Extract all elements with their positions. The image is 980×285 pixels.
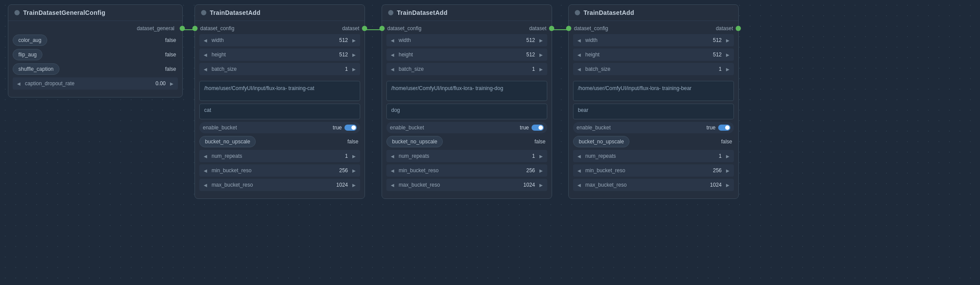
caption-box-2: cat: [199, 104, 360, 119]
stepper-batchsize-3: ◀ batch_size 1 ▶: [386, 63, 547, 75]
minbucket-right-4[interactable]: ▶: [723, 166, 732, 175]
stepper-batchsize-4: ◀ batch_size 1 ▶: [573, 63, 734, 75]
height-label-2: height: [210, 52, 337, 58]
color-aug-value: false: [165, 37, 178, 43]
maxbucket-right-4[interactable]: ▶: [723, 181, 732, 189]
stepper-right-arrow[interactable]: ▶: [167, 79, 176, 88]
output-socket-3[interactable]: [549, 26, 554, 31]
flip-aug-button[interactable]: flip_aug: [13, 49, 42, 60]
height-left-4[interactable]: ◀: [575, 50, 584, 59]
stepper-maxbucket-2: ◀ max_bucket_reso 1024 ▶: [199, 179, 360, 191]
field-row-bucket-noupscale-2: bucket_no_upscale false: [199, 136, 360, 148]
toggle-enable-bucket-4[interactable]: enable_bucket true: [573, 122, 734, 133]
input-socket-2[interactable]: [192, 26, 198, 31]
field-row-bucket-noupscale-3: bucket_no_upscale false: [386, 136, 547, 148]
node-header-2: TrainDatasetAdd: [195, 5, 365, 21]
numrepeats-right-4[interactable]: ▶: [723, 152, 732, 160]
height-right-3[interactable]: ▶: [537, 50, 546, 59]
output-socket-4[interactable]: [736, 26, 741, 31]
field-row-bucket-noupscale-4: bucket_no_upscale false: [573, 136, 734, 148]
node-header: TrainDatasetGeneralConfig: [8, 5, 182, 21]
batchsize-right-4[interactable]: ▶: [723, 65, 732, 73]
stepper-minbucket-4: ◀ min_bucket_reso 256 ▶: [573, 164, 734, 177]
color-aug-button[interactable]: color_aug: [13, 35, 47, 46]
stepper-left-arrow[interactable]: ◀: [14, 79, 23, 88]
stepper-label: caption_dropout_rate: [23, 80, 154, 87]
height-right-4[interactable]: ▶: [723, 50, 732, 59]
stepper-caption-dropout: ◀ caption_dropout_rate 0.00 ▶: [13, 77, 178, 90]
width-right-arrow-2[interactable]: ▶: [350, 36, 358, 45]
field-row-flip-aug: flip_aug false: [13, 49, 178, 61]
node-header-4: TrainDatasetAdd: [569, 5, 738, 21]
height-left-3[interactable]: ◀: [388, 50, 397, 59]
input-socket-4[interactable]: [566, 26, 571, 31]
node-train-dataset-add-bear: TrainDatasetAdd dataset_config dataset ◀…: [568, 4, 739, 199]
stepper-batchsize-2: ◀ batch_size 1 ▶: [199, 63, 360, 75]
stepper-minbucket-3: ◀ min_bucket_reso 256 ▶: [386, 164, 547, 177]
toggle-switch-4[interactable]: [718, 125, 730, 131]
width-right-4[interactable]: ▶: [723, 36, 732, 45]
shuffle-caption-button[interactable]: shuffle_caption: [13, 63, 59, 75]
toggle-enable-bucket-2[interactable]: enable_bucket true: [199, 122, 360, 133]
width-label-2: width: [210, 37, 337, 43]
batchsize-left-4[interactable]: ◀: [575, 65, 584, 73]
width-left-arrow-2[interactable]: ◀: [201, 36, 210, 45]
toggle-enable-bucket-3[interactable]: enable_bucket true: [386, 122, 547, 133]
bucket-noupscale-button-2[interactable]: bucket_no_upscale: [199, 136, 256, 147]
node-train-dataset-general-config: TrainDatasetGeneralConfig dataset_genera…: [8, 4, 183, 97]
numrepeats-left-2[interactable]: ◀: [201, 152, 210, 160]
node-status-dot-2: [201, 10, 206, 15]
caption-box-3: dog: [386, 104, 547, 119]
batchsize-right-arrow-2[interactable]: ▶: [350, 65, 358, 73]
maxbucket-left-2[interactable]: ◀: [201, 181, 210, 189]
input-socket-3[interactable]: [379, 26, 385, 31]
node-status-dot-3: [388, 10, 393, 15]
canvas: TrainDatasetGeneralConfig dataset_genera…: [0, 0, 980, 285]
output-socket-2[interactable]: [362, 26, 367, 31]
output-socket[interactable]: [180, 26, 185, 31]
bucket-noupscale-btn-4[interactable]: bucket_no_upscale: [573, 136, 629, 147]
bucket-noupscale-btn-3[interactable]: bucket_no_upscale: [386, 136, 443, 147]
toggle-switch-3[interactable]: [532, 125, 544, 131]
field-row-shuffle-caption: shuffle_caption false: [13, 63, 178, 75]
toggle-switch-enable-bucket-2[interactable]: [344, 125, 357, 131]
output-label-3: dataset: [529, 25, 546, 31]
node-status-dot: [14, 10, 20, 15]
node-body-3: dataset_config dataset ◀ width 512 ▶ ◀ h…: [382, 21, 552, 191]
node-title: TrainDatasetGeneralConfig: [23, 9, 105, 16]
node-body-2: dataset_config dataset ◀ width 512 ▶ ◀ h…: [195, 21, 365, 191]
numrepeats-right-3[interactable]: ▶: [537, 152, 546, 160]
maxbucket-right-2[interactable]: ▶: [350, 181, 358, 189]
stepper-maxbucket-3: ◀ max_bucket_reso 1024 ▶: [386, 179, 547, 191]
batchsize-value-2: 1: [343, 66, 350, 72]
minbucket-right-3[interactable]: ▶: [537, 166, 546, 175]
maxbucket-left-3[interactable]: ◀: [388, 181, 397, 189]
shuffle-caption-value: false: [165, 66, 178, 72]
minbucket-right-2[interactable]: ▶: [350, 166, 358, 175]
width-left-3[interactable]: ◀: [388, 36, 397, 45]
numrepeats-left-3[interactable]: ◀: [388, 152, 397, 160]
stepper-height-2: ◀ height 512 ▶: [199, 49, 360, 61]
batchsize-left-arrow-2[interactable]: ◀: [201, 65, 210, 73]
batchsize-left-3[interactable]: ◀: [388, 65, 397, 73]
node-title-2: TrainDatasetAdd: [210, 9, 261, 16]
minbucket-left-3[interactable]: ◀: [388, 166, 397, 175]
input-label-2: dataset_config: [200, 25, 234, 31]
height-right-arrow-2[interactable]: ▶: [350, 50, 358, 59]
width-left-4[interactable]: ◀: [575, 36, 584, 45]
batchsize-right-3[interactable]: ▶: [537, 65, 546, 73]
numrepeats-right-2[interactable]: ▶: [350, 152, 358, 160]
stepper-numrepeats-4: ◀ num_repeats 1 ▶: [573, 150, 734, 162]
maxbucket-right-3[interactable]: ▶: [537, 181, 546, 189]
width-value-2: 512: [337, 37, 350, 43]
minbucket-left-4[interactable]: ◀: [575, 166, 584, 175]
width-right-3[interactable]: ▶: [537, 36, 546, 45]
minbucket-left-2[interactable]: ◀: [201, 166, 210, 175]
node-title-3: TrainDatasetAdd: [397, 9, 448, 16]
stepper-value: 0.00: [154, 80, 167, 87]
input-label-3: dataset_config: [387, 25, 421, 31]
maxbucket-left-4[interactable]: ◀: [575, 181, 584, 189]
numrepeats-left-4[interactable]: ◀: [575, 152, 584, 160]
output-label-2: dataset: [342, 25, 359, 31]
height-left-arrow-2[interactable]: ◀: [201, 50, 210, 59]
